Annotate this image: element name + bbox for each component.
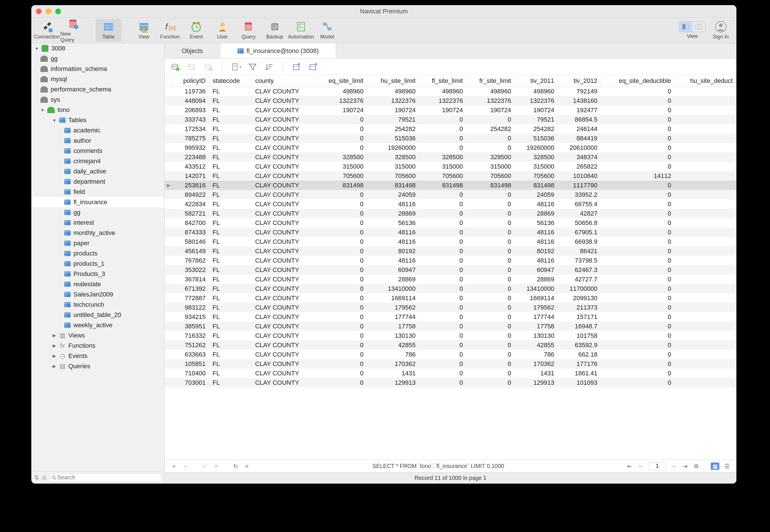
cell[interactable]: 1431	[515, 369, 558, 378]
cell[interactable]: 0	[466, 350, 515, 359]
export-icon[interactable]	[308, 62, 318, 72]
view-mode-list-icon[interactable]	[679, 22, 692, 32]
database-node[interactable]: information_schema	[31, 64, 164, 74]
table-row[interactable]: 367814FLCLAY COUNTY028869002886942727.70	[165, 275, 736, 284]
cell[interactable]: 831498	[466, 181, 515, 190]
cell[interactable]: 0	[315, 312, 367, 322]
cell[interactable]: FL	[209, 293, 252, 303]
table-row[interactable]: 671392FLCLAY COUNTY013410000001341000011…	[165, 284, 736, 293]
cell[interactable]: 2099130	[558, 293, 601, 303]
folder-node[interactable]: ▶◷Events	[31, 351, 164, 361]
cell[interactable]: 353022	[173, 265, 209, 275]
cell[interactable]: 367814	[173, 275, 209, 284]
cell[interactable]: CLAY COUNTY	[252, 228, 315, 237]
table-row[interactable]: 710400FLCLAY COUNTY014310014311861.410	[165, 369, 736, 378]
minimize-icon[interactable]	[46, 9, 51, 14]
grid-view-icon[interactable]: ▦	[711, 463, 719, 470]
cell[interactable]: 0	[419, 199, 466, 209]
cell[interactable]: 48116	[515, 228, 558, 237]
folder-node[interactable]: ▶▤Queries	[31, 361, 164, 371]
table-row[interactable]: 448094FLCLAY COUNTY132237613223761322376…	[165, 96, 736, 105]
column-header[interactable]: county	[252, 75, 315, 87]
cell[interactable]: 0	[419, 369, 466, 378]
cell[interactable]: 28869	[367, 275, 419, 284]
cell[interactable]: 0	[601, 162, 675, 171]
cell[interactable]: 28869	[367, 209, 419, 218]
cell[interactable]: 129913	[515, 378, 558, 387]
cell[interactable]: 328500	[466, 152, 515, 162]
cell[interactable]: 0	[466, 303, 515, 312]
table-row[interactable]: 767862FLCLAY COUNTY048116004811673798.50	[165, 256, 736, 265]
cell[interactable]: 0	[466, 237, 515, 246]
cell[interactable]: 1861.41	[558, 369, 601, 378]
cell[interactable]: FL	[209, 228, 252, 237]
cell[interactable]: 42855	[515, 340, 558, 350]
cell[interactable]: FL	[209, 218, 252, 228]
cell[interactable]: 1322376	[419, 96, 466, 105]
cell[interactable]: 0	[466, 256, 515, 265]
cell[interactable]: FL	[209, 96, 252, 105]
cell[interactable]: 767862	[173, 256, 209, 265]
column-header[interactable]: eq_site_deductible	[601, 75, 675, 87]
cell[interactable]: 1669114	[515, 293, 558, 303]
cell[interactable]: 0	[315, 350, 367, 359]
cell[interactable]: 254282	[466, 124, 515, 134]
cell[interactable]: 786	[515, 350, 558, 359]
cell[interactable]: 79521	[515, 115, 558, 124]
table-row[interactable]: 995932FLCLAY COUNTY019260000001926000020…	[165, 143, 736, 152]
cell[interactable]: FL	[209, 237, 252, 246]
cell[interactable]: 385951	[173, 322, 209, 331]
cell[interactable]: 0	[601, 237, 675, 246]
cell[interactable]: 0	[419, 228, 466, 237]
cell[interactable]	[675, 152, 736, 162]
table-node[interactable]: techcrunch	[31, 300, 164, 310]
cell[interactable]: 0	[419, 284, 466, 293]
cell[interactable]: 0	[466, 312, 515, 322]
cell[interactable]: 179562	[367, 303, 419, 312]
cell[interactable]: 17758	[367, 322, 419, 331]
cell[interactable]: CLAY COUNTY	[252, 312, 315, 322]
function-button[interactable]: f(x)Function	[157, 19, 183, 42]
cell[interactable]: 60947	[367, 265, 419, 275]
cell[interactable]: FL	[209, 171, 252, 181]
cell[interactable]: 1438160	[558, 96, 601, 105]
cell[interactable]: 66938.9	[558, 237, 601, 246]
cell[interactable]	[675, 322, 736, 331]
cell[interactable]: 0	[601, 350, 675, 359]
cell[interactable]: FL	[209, 378, 252, 387]
cell[interactable]: 0	[419, 256, 466, 265]
signin-button[interactable]: Sign In	[708, 19, 734, 42]
cell[interactable]: 0	[315, 246, 367, 256]
cell[interactable]: 751262	[173, 340, 209, 350]
cell[interactable]: 0	[419, 265, 466, 275]
cell[interactable]: 0	[466, 359, 515, 369]
cell[interactable]: 246144	[558, 124, 601, 134]
cell[interactable]: 63592.9	[558, 340, 601, 350]
cell[interactable]: 0	[315, 275, 367, 284]
cell[interactable]	[675, 171, 736, 181]
cell[interactable]: 0	[315, 228, 367, 237]
cell[interactable]: 157171	[558, 312, 601, 322]
cell[interactable]	[675, 369, 736, 378]
cell[interactable]: 0	[315, 331, 367, 340]
cell[interactable]: 0	[601, 378, 675, 387]
cell[interactable]: 86854.5	[558, 115, 601, 124]
cell[interactable]: 831498	[367, 181, 419, 190]
cell[interactable]: FL	[209, 331, 252, 340]
cell[interactable]: 498960	[315, 87, 367, 96]
cell[interactable]: 0	[466, 228, 515, 237]
cell[interactable]	[675, 378, 736, 387]
user-button[interactable]: User	[210, 19, 235, 42]
cell[interactable]: 48116	[367, 228, 419, 237]
cell[interactable]: 580146	[173, 237, 209, 246]
cell[interactable]: 0	[315, 256, 367, 265]
cell[interactable]: 0	[601, 369, 675, 378]
table-node[interactable]: realestate	[31, 279, 164, 289]
cell[interactable]: CLAY COUNTY	[252, 124, 315, 134]
cell[interactable]: 0	[315, 237, 367, 246]
table-node[interactable]: field	[31, 187, 164, 197]
cell[interactable]: CLAY COUNTY	[252, 162, 315, 171]
cell[interactable]: 0	[601, 124, 675, 134]
cell[interactable]: 315000	[367, 162, 419, 171]
filter-icon[interactable]	[247, 62, 258, 72]
